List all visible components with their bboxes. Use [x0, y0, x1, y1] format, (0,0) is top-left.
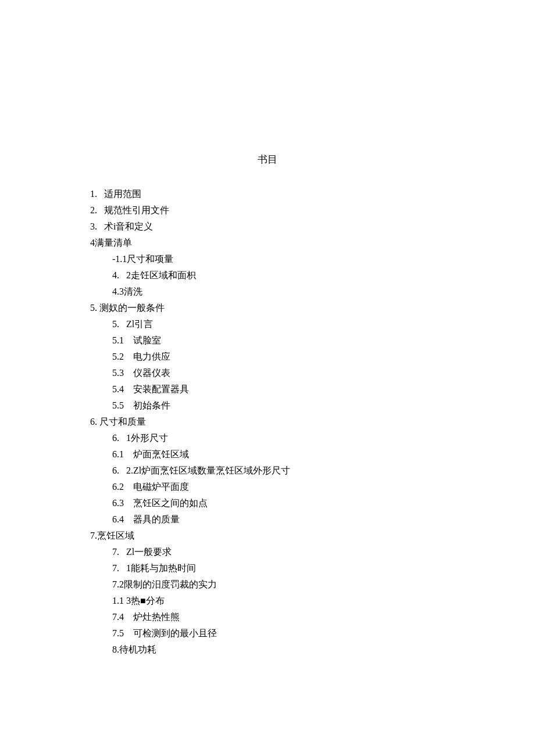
toc-line: 7. Zl一般要求	[90, 544, 445, 560]
toc-line: 5.4 安装配置器具	[90, 381, 445, 397]
toc-line: 7. 1能耗与加热时间	[90, 560, 445, 576]
toc-line: 1.1 3热■分布	[90, 593, 445, 609]
toc-line: 4满量清单	[90, 235, 445, 251]
toc-line: 6.2 电磁炉平面度	[90, 479, 445, 495]
toc-line: 6.4 器具的质量	[90, 511, 445, 528]
toc-line: 5. Zl引言	[90, 316, 445, 332]
toc-line: 8.待机功耗	[90, 642, 445, 658]
toc-line: 4.3清洗	[90, 284, 445, 300]
toc-line: -1.1尺寸和项量	[90, 251, 445, 267]
toc-line: 7.5 可检测到的最小且径	[90, 625, 445, 642]
toc-line: 5.2 电力供应	[90, 349, 445, 365]
toc-line: 6.1 炉面烹饪区域	[90, 446, 445, 463]
toc-line: 6. 2.Zl炉面烹饪区域数量烹饪区域外形尺寸	[90, 463, 445, 479]
toc-line: 5. 测奴的一般条件	[90, 300, 445, 316]
toc-line: 7.4 炉灶热性熊	[90, 609, 445, 625]
toc-line: 4. 2走饪区域和面枳	[90, 267, 445, 284]
toc-line: 5.1 试脸室	[90, 332, 445, 349]
toc-line: 7.烹饪区域	[90, 528, 445, 544]
page-title: 书目	[90, 151, 445, 169]
toc-line: 6. 1外形尺寸	[90, 430, 445, 446]
toc-line: 6.3 烹饪区之间的如点	[90, 495, 445, 511]
toc-line: 1. 适用范围	[90, 186, 445, 202]
toc-line: 2. 规范性引用文件	[90, 202, 445, 218]
toc-line: 5.3 仪器仪表	[90, 365, 445, 381]
toc-line: 6. 尺寸和质量	[90, 414, 445, 430]
toc-line: 5.5 初始条件	[90, 397, 445, 414]
toc-line: 3. 术i音和定义	[90, 218, 445, 235]
toc-line: 7.2限制的汨度罚裁的实力	[90, 576, 445, 593]
table-of-contents: 1. 适用范围2. 规范性引用文件3. 术i音和定义4满量清单-1.1尺寸和项量…	[90, 186, 445, 658]
